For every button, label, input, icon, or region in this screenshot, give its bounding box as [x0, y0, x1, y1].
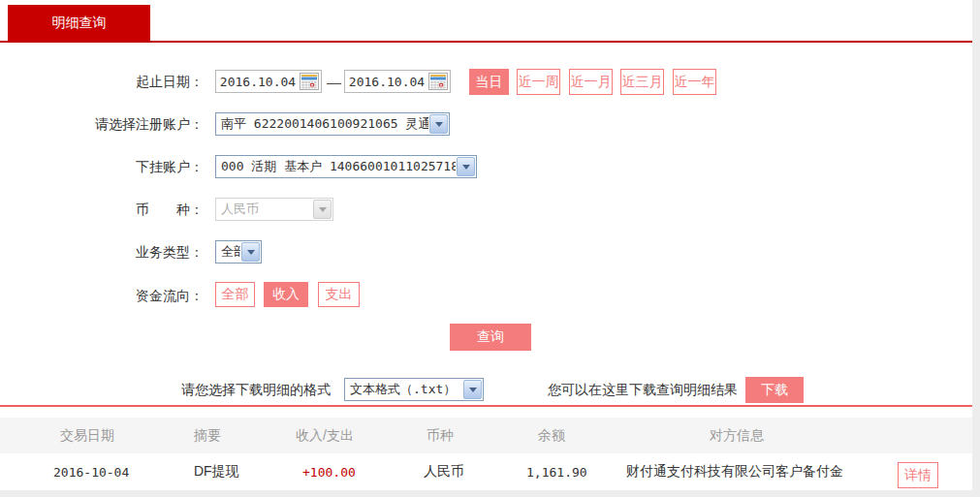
download-format-select[interactable]: 文本格式（.txt）	[344, 378, 484, 401]
tab-underline	[0, 41, 972, 43]
page: 明细查询 起止日期： 2016.10.04	[0, 0, 980, 497]
currency-label: 币 种：	[136, 202, 204, 219]
tab-label: 明细查询	[52, 15, 107, 32]
col-header-counterparty: 对方信息	[710, 418, 764, 453]
date-range-separator: —	[327, 74, 341, 90]
chevron-down-icon	[429, 114, 448, 134]
cell-amount: +100.00	[302, 453, 356, 490]
business-type-select[interactable]: 全部	[215, 240, 262, 264]
cell-currency: 人民币	[424, 453, 464, 490]
calendar-icon[interactable]	[428, 73, 448, 90]
col-header-balance: 余额	[538, 418, 565, 453]
content-panel: 明细查询 起止日期： 2016.10.04	[0, 0, 972, 490]
business-type-value: 全部	[216, 243, 240, 261]
end-date-value: 2016.10.04	[345, 75, 428, 89]
sub-account-label: 下挂账户：	[136, 159, 204, 176]
query-button[interactable]: 查询	[450, 324, 531, 351]
quick-range-quarter-button[interactable]: 近三月	[620, 69, 664, 95]
quick-range-week-button[interactable]: 近一周	[517, 69, 560, 95]
chevron-down-icon	[457, 157, 475, 176]
currency-select: 人民币	[215, 198, 333, 221]
cell-counterparty: 财付通支付科技有限公司客户备付金	[626, 453, 843, 490]
table-row: 2016-10-04 DF提现 +100.00 人民币 1,161.90 财付通…	[0, 453, 972, 490]
sub-account-select[interactable]: 000 活期 基本户 1406600101102571848	[215, 155, 477, 178]
chevron-down-icon	[313, 200, 332, 219]
cell-balance: 1,161.90	[526, 453, 587, 490]
register-account-select[interactable]: 南平 6222001406100921065 灵通卡	[215, 112, 450, 136]
quick-range-today-button[interactable]: 当日	[469, 69, 509, 95]
sub-account-value: 000 活期 基本户 1406600101102571848	[216, 158, 456, 175]
download-format-value: 文本格式（.txt）	[345, 381, 462, 398]
currency-value: 人民币	[216, 201, 312, 218]
col-header-currency: 币种	[427, 418, 454, 453]
col-header-summary: 摘要	[194, 418, 221, 453]
panel-divider	[0, 405, 972, 407]
quick-range-year-button[interactable]: 近一年	[673, 69, 716, 95]
detail-button[interactable]: 详情	[898, 462, 938, 488]
business-type-label: 业务类型：	[136, 244, 204, 262]
start-date-input[interactable]: 2016.10.04	[215, 70, 322, 93]
download-hint: 您可以在这里下载查询明细结果	[548, 382, 738, 399]
fund-flow-all-button[interactable]: 全部	[215, 282, 255, 307]
end-date-input[interactable]: 2016.10.04	[344, 70, 451, 93]
cell-summary: DF提现	[194, 453, 239, 490]
fund-flow-income-button[interactable]: 收入	[264, 282, 308, 307]
table-header-row: 交易日期 摘要 收入/支出 币种 余额 对方信息	[0, 418, 972, 453]
cell-date: 2016-10-04	[53, 453, 129, 490]
register-account-label: 请选择注册账户：	[95, 116, 204, 134]
date-range-label: 起止日期：	[136, 74, 204, 91]
calendar-icon[interactable]	[300, 73, 319, 90]
chevron-down-icon	[463, 380, 482, 399]
col-header-amount: 收入/支出	[296, 418, 354, 453]
register-account-value: 南平 6222001406100921065 灵通卡	[216, 115, 428, 133]
fund-flow-expense-button[interactable]: 支出	[318, 282, 360, 307]
fund-flow-label: 资金流向：	[136, 288, 204, 305]
download-button[interactable]: 下载	[745, 377, 804, 403]
download-format-label: 请您选择下载明细的格式	[181, 382, 331, 399]
start-date-value: 2016.10.04	[216, 75, 300, 89]
col-header-date: 交易日期	[60, 418, 114, 453]
tab-detail-query[interactable]: 明细查询	[8, 5, 150, 41]
chevron-down-icon	[241, 242, 260, 262]
quick-range-month-button[interactable]: 近一月	[569, 69, 613, 95]
